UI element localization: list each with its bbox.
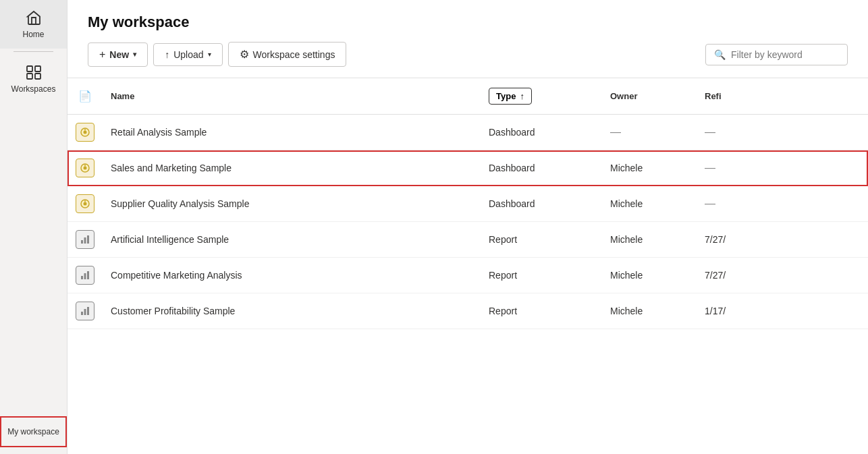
new-button[interactable]: + New ▾ <box>88 42 148 67</box>
row-type: Dashboard <box>481 115 602 150</box>
sidebar-item-my-workspace[interactable]: My workspace <box>0 416 67 447</box>
report-icon <box>76 230 94 249</box>
row-icon-cell <box>67 150 103 186</box>
row-refresh: 1/17/ <box>697 293 868 329</box>
row-owner: Michele <box>602 293 697 329</box>
upload-button[interactable]: ↑ Upload ▾ <box>153 43 222 66</box>
svg-rect-15 <box>87 235 89 244</box>
row-refresh: — <box>697 115 868 150</box>
svg-rect-14 <box>84 237 86 244</box>
workspace-settings-label: Workspace settings <box>253 49 335 60</box>
row-type: Dashboard <box>481 186 602 222</box>
row-name[interactable]: Retail Analysis Sample <box>103 115 481 150</box>
svg-point-5 <box>84 131 87 134</box>
row-owner: Michele <box>602 258 697 293</box>
row-type: Report <box>481 222 602 258</box>
dashboard-icon <box>76 194 94 213</box>
row-refresh: — <box>697 150 868 186</box>
filter-input[interactable] <box>731 49 839 60</box>
row-owner: — <box>602 115 697 150</box>
table-row[interactable]: Competitive Marketing AnalysisReportMich… <box>67 258 868 293</box>
page-header: My workspace + New ▾ ↑ Upload ▾ ⚙ Worksp… <box>67 0 868 78</box>
main-content: My workspace + New ▾ ↑ Upload ▾ ⚙ Worksp… <box>67 0 868 454</box>
col-header-type[interactable]: Type ↑ <box>481 78 602 115</box>
svg-rect-16 <box>81 276 83 279</box>
row-name[interactable]: Artificial Intelligence Sample <box>103 222 481 258</box>
workspaces-label: Workspaces <box>11 84 56 94</box>
report-icon <box>76 302 94 320</box>
row-icon-cell <box>67 186 103 222</box>
report-icon <box>76 266 94 285</box>
upload-icon: ↑ <box>165 49 169 60</box>
new-chevron-icon: ▾ <box>133 51 136 58</box>
items-table-container: 📄 Name Type ↑ Owner R <box>67 78 868 454</box>
sidebar-item-workspaces[interactable]: Workspaces <box>0 55 67 103</box>
row-name[interactable]: Competitive Marketing Analysis <box>103 258 481 293</box>
row-icon-cell <box>67 293 103 329</box>
svg-rect-1 <box>35 66 40 72</box>
upload-chevron-icon: ▾ <box>208 51 211 58</box>
dashboard-icon <box>76 123 94 142</box>
sidebar-divider <box>13 51 53 52</box>
col-header-icon: 📄 <box>67 78 103 115</box>
svg-rect-18 <box>87 271 89 279</box>
row-name[interactable]: Supplier Quality Analysis Sample <box>103 186 481 222</box>
svg-rect-0 <box>27 66 32 72</box>
sidebar-item-home[interactable]: Home <box>0 0 67 49</box>
table-row[interactable]: Customer Profitability SampleReportMiche… <box>67 293 868 329</box>
row-owner: Michele <box>602 150 697 186</box>
file-icon: 📄 <box>78 90 92 102</box>
row-refresh: — <box>697 186 868 222</box>
page-title: My workspace <box>88 13 848 31</box>
col-header-name: Name <box>103 78 481 115</box>
row-icon-cell <box>67 115 103 150</box>
svg-rect-13 <box>81 240 83 244</box>
row-name[interactable]: Sales and Marketing Sample <box>103 150 481 186</box>
search-icon: 🔍 <box>714 49 726 60</box>
filter-input-wrapper[interactable]: 🔍 <box>705 44 848 65</box>
plus-icon: + <box>99 49 105 61</box>
svg-point-8 <box>84 167 87 170</box>
col-header-refresh: Refi <box>697 78 868 115</box>
svg-rect-17 <box>84 273 86 279</box>
svg-rect-3 <box>35 74 40 79</box>
type-sort-button[interactable]: Type ↑ <box>489 88 532 105</box>
row-refresh: 7/27/ <box>697 258 868 293</box>
sort-asc-icon: ↑ <box>520 91 524 101</box>
home-icon <box>26 9 42 26</box>
new-label: New <box>109 49 129 60</box>
row-refresh: 7/27/ <box>697 222 868 258</box>
svg-rect-20 <box>84 309 86 315</box>
dashboard-icon <box>76 159 94 177</box>
row-type: Dashboard <box>481 150 602 186</box>
settings-icon: ⚙ <box>240 48 249 61</box>
svg-point-11 <box>84 202 87 206</box>
row-icon-cell <box>67 258 103 293</box>
table-row[interactable]: Supplier Quality Analysis SampleDashboar… <box>67 186 868 222</box>
sidebar: Home Workspaces My workspace <box>0 0 67 454</box>
home-label: Home <box>22 30 44 39</box>
svg-rect-19 <box>81 312 83 315</box>
svg-rect-21 <box>87 307 89 315</box>
toolbar: + New ▾ ↑ Upload ▾ ⚙ Workspace settings … <box>88 42 848 67</box>
row-type: Report <box>481 293 602 329</box>
workspaces-icon <box>26 64 42 80</box>
table-row[interactable]: Retail Analysis SampleDashboard—— <box>67 115 868 150</box>
row-owner: Michele <box>602 222 697 258</box>
table-row[interactable]: Sales and Marketing SampleDashboardMiche… <box>67 150 868 186</box>
row-type: Report <box>481 258 602 293</box>
my-workspace-label: My workspace <box>7 427 59 436</box>
upload-label: Upload <box>173 49 203 60</box>
items-table: 📄 Name Type ↑ Owner R <box>67 78 868 329</box>
table-row[interactable]: Artificial Intelligence SampleReportMich… <box>67 222 868 258</box>
row-name[interactable]: Customer Profitability Sample <box>103 293 481 329</box>
svg-rect-2 <box>27 74 32 79</box>
col-header-owner: Owner <box>602 78 697 115</box>
row-icon-cell <box>67 222 103 258</box>
row-owner: Michele <box>602 186 697 222</box>
workspace-settings-button[interactable]: ⚙ Workspace settings <box>228 42 347 67</box>
